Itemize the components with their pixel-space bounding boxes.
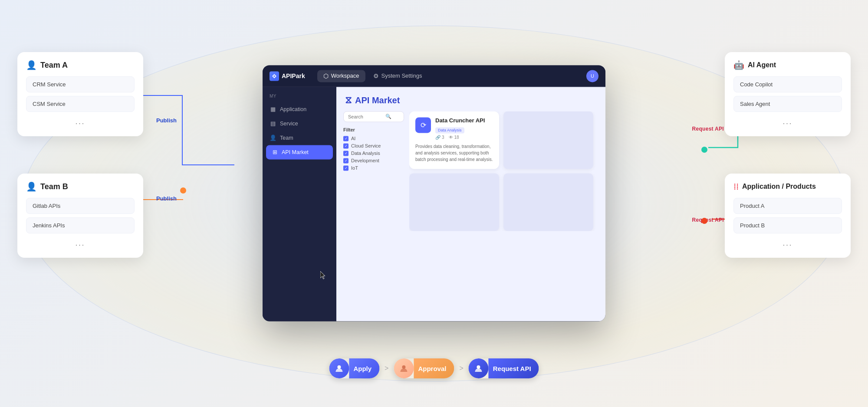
sidebar-item-team[interactable]: 👤 Team [263, 131, 336, 145]
api-card-info: Data Cruncher API Data Analysis 🔗 3 [435, 117, 485, 140]
svg-point-1 [402, 365, 405, 369]
team-a-header: 👤 Team A [26, 60, 135, 70]
filter-ai-checkbox[interactable]: ✓ [343, 136, 349, 141]
nav-tabs: ⬡ Workspace ⚙ System Settings [317, 70, 428, 82]
logo-text: APIPark [282, 72, 305, 79]
ai-agent-item-2[interactable]: Sales Agent [733, 96, 842, 112]
dot-connector-teal [701, 147, 707, 153]
team-b-service-2: Jenkins APIs [26, 217, 135, 233]
service-icon: ▤ [270, 120, 276, 127]
team-b-card: 👤 Team B Gitlab APIs Jenkins APIs ... [17, 174, 143, 258]
sidebar-item-application[interactable]: ▦ Application [263, 102, 336, 116]
ai-agent-icon: 🤖 [733, 60, 744, 70]
workflow-step-request[interactable]: Request API [469, 358, 539, 378]
app-window: APIPark ⬡ Workspace ⚙ System Settings U … [263, 65, 605, 321]
app-products-more[interactable]: ... [733, 237, 842, 250]
api-card-featured[interactable]: ⟳ Data Cruncher API Data Analysis 🔗 3 [409, 111, 499, 169]
team-a-title: Team A [40, 61, 68, 70]
publish-b-label: Publish [156, 195, 177, 202]
view-icon: 👁 [449, 135, 453, 140]
arrow-2: > [459, 364, 463, 372]
filter-label: Filter [343, 127, 404, 132]
api-card-empty-3[interactable] [503, 173, 593, 231]
arrow-1: > [385, 364, 388, 372]
api-card-header: ⟳ Data Cruncher API Data Analysis 🔗 3 [415, 117, 493, 140]
app-navbar: APIPark ⬡ Workspace ⚙ System Settings U [263, 65, 605, 87]
ai-agent-more[interactable]: ... [733, 115, 842, 128]
api-card-stats: 🔗 3 👁 18 [435, 135, 485, 140]
team-a-card: 👤 Team A CRM Service CSM Service ... [17, 52, 143, 136]
ai-agent-title: AI Agent [748, 61, 776, 69]
tab-system-settings[interactable]: ⚙ System Settings [367, 70, 428, 82]
app-body: My ▦ Application ▤ Service 👤 Team ⊞ API … [263, 87, 605, 321]
filter-dev-checkbox[interactable]: ✓ [343, 158, 349, 163]
left-panel: 🔍 Filter ✓ AI ✓ Cloud Service ✓ [343, 111, 404, 173]
app-products-icon: ⁞⁞ [733, 181, 739, 192]
api-card-icon: ⟳ [415, 117, 431, 133]
filter-cloud-service[interactable]: ✓ Cloud Service [343, 143, 404, 148]
workflow-step-apply[interactable]: Apply [329, 358, 379, 378]
filter-ai[interactable]: ✓ AI [343, 136, 404, 141]
stat-views: 👁 18 [449, 135, 459, 140]
ai-agent-header: 🤖 AI Agent [733, 60, 842, 70]
sidebar-section-label: My [263, 94, 336, 102]
request-avatar [469, 358, 489, 378]
api-card-empty-2[interactable] [409, 173, 499, 231]
page-title-icon: ⧖ [345, 95, 352, 106]
workflow-step-approval[interactable]: Approval [394, 358, 454, 378]
apply-label: Apply [349, 358, 379, 378]
request-api-top-label: Request API [692, 126, 724, 132]
request-label: Request API [489, 358, 539, 378]
team-icon: 👤 [270, 135, 276, 141]
dot-connector-orange [180, 187, 186, 194]
sidebar-item-api-market[interactable]: ⊞ API Market [266, 145, 333, 159]
svg-point-2 [477, 365, 480, 369]
api-market-icon: ⊞ [271, 149, 278, 155]
logo: APIPark [270, 71, 305, 81]
ai-agent-item-1[interactable]: Code Copilot [733, 76, 842, 92]
apply-avatar [329, 358, 349, 378]
sidebar: My ▦ Application ▤ Service 👤 Team ⊞ API … [263, 87, 336, 321]
search-filter: 🔍 Filter ✓ AI ✓ Cloud Service ✓ [336, 111, 605, 236]
api-card-title: Data Cruncher API [435, 117, 485, 124]
dot-connector-red [701, 218, 707, 224]
scene: 👤 Team A CRM Service CSM Service ... Pub… [0, 0, 868, 407]
workspace-icon: ⬡ [323, 72, 329, 79]
search-input[interactable] [348, 114, 383, 119]
team-b-title: Team B [40, 182, 68, 191]
cards-grid: ⟳ Data Cruncher API Data Analysis 🔗 3 [409, 111, 598, 231]
filter-data-checkbox[interactable]: ✓ [343, 151, 349, 156]
approval-label: Approval [414, 358, 454, 378]
filter-iot-checkbox[interactable]: ✓ [343, 165, 349, 171]
workflow-bar: Apply > Approval > Request API [329, 358, 539, 378]
application-icon: ▦ [270, 106, 276, 112]
content-header: ⧖ API Market [336, 87, 605, 111]
sidebar-item-service[interactable]: ▤ Service [263, 116, 336, 131]
nav-avatar[interactable]: U [586, 70, 598, 82]
request-api-bottom-label: Request API [692, 217, 724, 223]
team-a-more[interactable]: ... [26, 115, 135, 128]
team-a-service-2: CSM Service [26, 96, 135, 112]
tab-workspace[interactable]: ⬡ Workspace [317, 70, 365, 82]
product-item-2[interactable]: Product B [733, 217, 842, 233]
publish-a-label: Publish [156, 117, 177, 124]
team-b-header: 👤 Team B [26, 181, 135, 192]
filter-data-analysis[interactable]: ✓ Data Analysis [343, 151, 404, 156]
search-box: 🔍 [343, 111, 404, 122]
team-b-icon: 👤 [26, 181, 37, 192]
main-content: ⧖ API Market 🔍 Filter ✓ AI [336, 87, 605, 321]
team-b-more[interactable]: ... [26, 237, 135, 250]
app-products-title: Application / Products [742, 183, 816, 190]
team-a-icon: 👤 [26, 60, 37, 70]
team-b-service-1: Gitlab APIs [26, 198, 135, 214]
product-item-1[interactable]: Product A [733, 198, 842, 214]
ai-agent-card: 🤖 AI Agent Code Copilot Sales Agent ... [725, 52, 851, 136]
filter-iot[interactable]: ✓ IoT [343, 165, 404, 171]
api-card-empty-1[interactable] [503, 111, 593, 169]
app-products-header: ⁞⁞ Application / Products [733, 181, 842, 192]
filter-development[interactable]: ✓ Development [343, 158, 404, 163]
logo-icon [270, 71, 279, 81]
filter-cloud-checkbox[interactable]: ✓ [343, 143, 349, 148]
team-a-service-1: CRM Service [26, 76, 135, 92]
search-icon: 🔍 [385, 114, 391, 119]
